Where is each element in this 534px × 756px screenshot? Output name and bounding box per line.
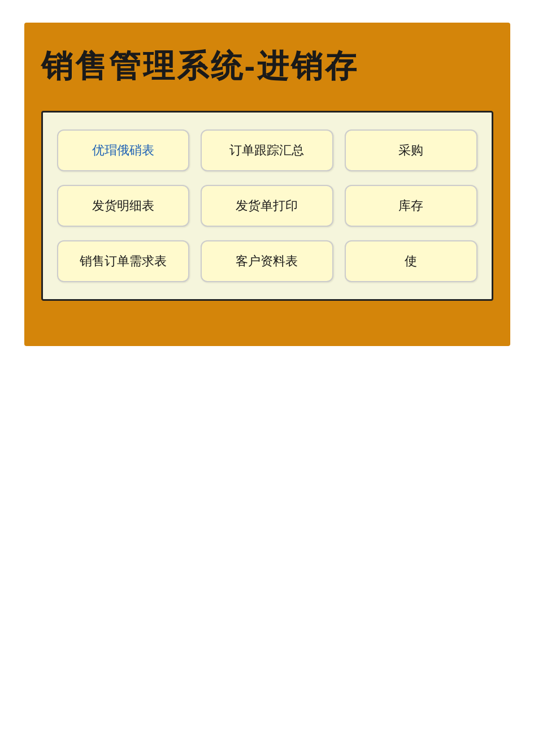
- menu-button-1[interactable]: 优瑁俄硝表: [57, 129, 190, 171]
- menu-button-3[interactable]: 采购: [345, 129, 477, 171]
- menu-button-9[interactable]: 使: [345, 240, 477, 282]
- menu-container: 优瑁俄硝表 订单跟踪汇总 采购 发货明细表 发货单打印 库存 销售订单需求表 客…: [41, 111, 493, 301]
- menu-button-2[interactable]: 订单跟踪汇总: [201, 129, 333, 171]
- page-container: 销售管理系统-进销存 优瑁俄硝表 订单跟踪汇总 采购 发货明细表 发货单打印 库…: [24, 23, 510, 346]
- menu-button-6[interactable]: 库存: [345, 185, 477, 227]
- menu-button-5[interactable]: 发货单打印: [201, 185, 333, 227]
- page-title: 销售管理系统-进销存: [41, 45, 493, 88]
- menu-grid: 优瑁俄硝表 订单跟踪汇总 采购 发货明细表 发货单打印 库存 销售订单需求表 客…: [57, 129, 477, 282]
- menu-button-8[interactable]: 客户资料表: [201, 240, 333, 282]
- menu-button-4[interactable]: 发货明细表: [57, 185, 190, 227]
- menu-button-7[interactable]: 销售订单需求表: [57, 240, 190, 282]
